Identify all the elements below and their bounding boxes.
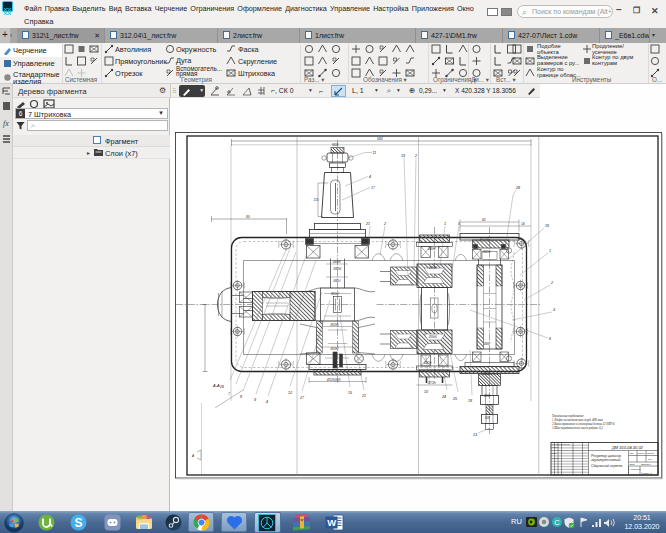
svg-text:двухступенчатый: двухступенчатый <box>591 458 621 462</box>
svg-text:Масшт: Масшт <box>647 452 655 455</box>
svg-text:Ø35k6: Ø35k6 <box>428 335 437 339</box>
svg-text:4: 4 <box>266 400 268 404</box>
svg-text:1: 1 <box>444 222 446 226</box>
svg-text:25: 25 <box>452 397 457 401</box>
svg-text:8: 8 <box>240 395 242 399</box>
svg-text:Ø40/H: Ø40/H <box>482 250 491 254</box>
svg-text:Ø45H7: Ø45H7 <box>427 247 437 251</box>
svg-text:Ø1.7JS: Ø1.7JS <box>479 237 489 241</box>
svg-text:28: 28 <box>515 186 520 190</box>
svg-text:3: 3 <box>553 308 555 312</box>
svg-text:Ø50H7: Ø50H7 <box>330 347 340 351</box>
svg-text:11: 11 <box>373 151 377 155</box>
svg-text:W: W <box>327 517 336 528</box>
svg-text:26: 26 <box>219 385 224 389</box>
svg-text:Изм Лист № докум: Изм Лист № докум <box>552 443 570 445</box>
svg-text:Ø35k6: Ø35k6 <box>428 266 437 270</box>
svg-text:Пров.: Пров. <box>552 452 558 454</box>
svg-text:Ø45f: Ø45f <box>483 342 490 346</box>
svg-text:Ø28h: Ø28h <box>483 394 491 398</box>
svg-text:Копировал: Копировал <box>630 468 642 470</box>
svg-text:14: 14 <box>521 222 525 226</box>
svg-text:1: 1 <box>549 249 551 253</box>
svg-text:82: 82 <box>482 218 486 222</box>
svg-text:10: 10 <box>424 390 428 394</box>
svg-text:Листов 1: Листов 1 <box>641 463 651 466</box>
svg-text:9: 9 <box>254 398 256 402</box>
svg-text:6: 6 <box>549 337 551 341</box>
svg-text:Разраб.: Разраб. <box>552 446 560 448</box>
svg-text:Формат А1: Формат А1 <box>641 472 653 474</box>
svg-text:S: S <box>75 516 83 530</box>
svg-text:Т.контр.: Т.контр. <box>552 457 560 459</box>
svg-text:5: 5 <box>458 222 460 226</box>
svg-text:Масса: Масса <box>638 452 646 455</box>
svg-text:Ø52H5: Ø52H5 <box>330 323 340 327</box>
svg-text:М24: М24 <box>332 143 339 147</box>
svg-text:115: 115 <box>314 198 319 202</box>
svg-text:560: 560 <box>377 137 383 141</box>
svg-text:2: 2 <box>414 154 417 158</box>
svg-text:Лист: Лист <box>630 463 636 466</box>
svg-text:85: 85 <box>246 215 250 219</box>
svg-text:24: 24 <box>441 395 446 399</box>
svg-text:ДМ 310-04.30.02: ДМ 310-04.30.02 <box>611 445 644 450</box>
svg-text:19: 19 <box>401 154 405 158</box>
svg-text:Ø72h: Ø72h <box>427 381 436 385</box>
svg-text:Ø45H7: Ø45H7 <box>332 260 342 264</box>
svg-text:15: 15 <box>348 391 352 395</box>
svg-text:21: 21 <box>365 222 370 226</box>
svg-text:Ø42H: Ø42H <box>482 372 490 376</box>
svg-text:Ø4OH: Ø4OH <box>423 361 431 365</box>
svg-text:2: 2 <box>550 281 553 285</box>
svg-text:M20: M20 <box>485 416 491 420</box>
svg-text:Сборочный чертеж: Сборочный чертеж <box>591 464 623 468</box>
svg-text:2: 2 <box>383 222 386 226</box>
svg-text:Ø65H7: Ø65H7 <box>330 292 340 296</box>
svg-text:18: 18 <box>468 399 472 403</box>
svg-text:21: 21 <box>361 394 366 398</box>
svg-text:fx: fx <box>3 119 9 128</box>
svg-text:Ø40k6: Ø40k6 <box>333 267 342 271</box>
svg-text:А: А <box>191 454 194 458</box>
svg-text:13: 13 <box>473 433 477 437</box>
svg-text:16: 16 <box>545 224 549 228</box>
svg-text:C: C <box>554 518 560 527</box>
svg-text:Ø40sf: Ø40sf <box>333 279 341 283</box>
svg-text:Ø125(h9): Ø125(h9) <box>326 378 340 382</box>
svg-text:12: 12 <box>288 391 292 395</box>
svg-text:Редуктор цилиндр.: Редуктор цилиндр. <box>591 454 622 458</box>
svg-text:А-А: А-А <box>212 383 220 388</box>
svg-text:4: 4 <box>369 175 371 179</box>
